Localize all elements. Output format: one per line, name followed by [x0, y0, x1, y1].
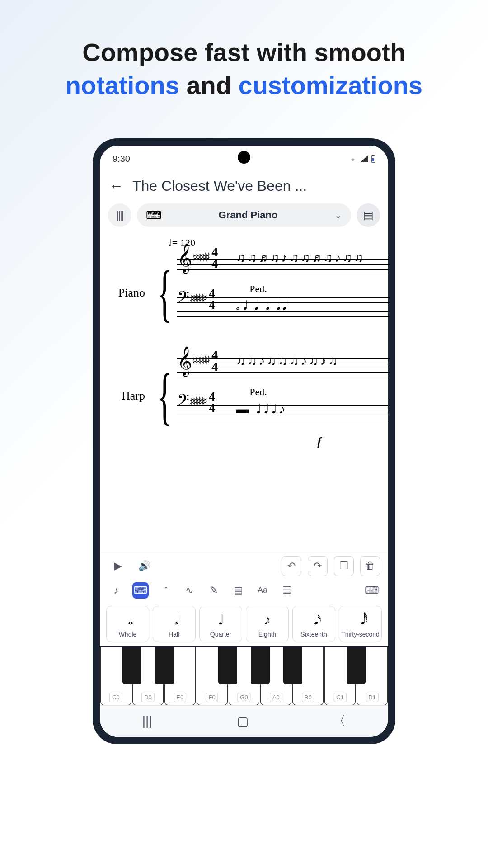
svg-rect-1 — [372, 158, 374, 161]
back-button[interactable]: ← — [109, 178, 123, 194]
bars-icon: |||| — [117, 209, 123, 221]
piano-icon: ⌨ — [146, 209, 162, 222]
copy-button[interactable]: ❐ — [334, 556, 354, 576]
nav-recents[interactable]: ||| — [142, 714, 152, 728]
instrument-name-piano: Piano — [109, 286, 150, 300]
headline-customizations: customizations — [239, 71, 423, 99]
phone-frame: 9:30 ← The Closest We've Been ... |||| ⌨… — [93, 138, 395, 744]
headline-and: and — [179, 71, 239, 99]
status-time: 9:30 — [113, 154, 130, 164]
key-fs0[interactable] — [218, 647, 237, 684]
bass-staff: 𝄢 ♯♯♯♯♯ 44 ▬ ♩♩♩♪ — [177, 396, 388, 423]
marketing-header: Compose fast with smooth notations and c… — [0, 0, 488, 120]
note-thirtysecond[interactable]: 𝅘𝅥𝅰Thirty-second — [339, 606, 382, 642]
status-icons — [348, 155, 375, 163]
brace-icon: { — [157, 261, 173, 325]
tab-text[interactable]: Aa — [254, 582, 271, 599]
note-eighth[interactable]: ♪Eighth — [246, 606, 289, 642]
time-signature: 44 — [211, 349, 218, 372]
key-signature: ♯♯♯♯♯ — [189, 395, 205, 409]
tab-ornament[interactable]: ∿ — [181, 582, 197, 599]
note-whole[interactable]: 𝅝Whole — [106, 606, 149, 642]
key-gs0[interactable] — [251, 647, 270, 684]
headline-line1: Compose fast with smooth — [82, 38, 406, 66]
time-signature: 44 — [209, 391, 215, 413]
time-signature: 44 — [211, 246, 218, 269]
redo-button[interactable]: ↷ — [308, 556, 328, 576]
play-button[interactable]: ▶ — [108, 556, 128, 576]
key-signature: ♯♯♯♯♯ — [192, 250, 208, 264]
notes: ♫♫♪♫♫♫♪♫♪♫ — [236, 354, 388, 381]
signal-icon — [360, 155, 368, 162]
key-cs1[interactable] — [347, 647, 366, 684]
note-quarter[interactable]: ♩Quarter — [199, 606, 242, 642]
page-title: The Closest We've Been ... — [132, 178, 307, 194]
camera-notch — [238, 151, 250, 164]
phone-screen: 9:30 ← The Closest We've Been ... |||| ⌨… — [100, 146, 388, 737]
brace-icon: { — [157, 364, 173, 428]
nav-back[interactable]: 〈 — [333, 712, 346, 730]
tab-edit[interactable]: ✎ — [206, 582, 222, 599]
marketing-headline: Compose fast with smooth notations and c… — [18, 36, 470, 102]
notes: 𝅗𝅥 ♩ ♩ ♩ ♩♩ — [236, 298, 388, 326]
tab-articulation[interactable]: 𝆪 — [157, 582, 173, 599]
dynamic-mark: f — [317, 435, 321, 448]
instrument-selector[interactable]: ⌨ Grand Piano ⌄ — [137, 203, 351, 227]
comment-icon: ▤ — [363, 209, 374, 222]
chevron-down-icon: ⌄ — [334, 210, 342, 221]
time-signature: 44 — [209, 288, 215, 310]
staff-group-harp: Harp { 𝄞 ♯♯♯♯♯ 44 ♫♫♪♫♫♫♪♫♪♫ Ped. — [109, 354, 388, 439]
app-header: ← The Closest We've Been ... — [100, 170, 388, 203]
wifi-icon — [348, 155, 357, 162]
piano-keyboard: C0 D0 E0 F0 G0 A0 B0 C1 D1 — [100, 646, 388, 705]
tool-tabs: ♪ ⌨ 𝆪 ∿ ✎ ▤ Aa ☰ ⌨ — [100, 580, 388, 603]
key-as0[interactable] — [283, 647, 302, 684]
hide-keyboard-button[interactable]: ⌨ — [364, 582, 380, 599]
key-signature: ♯♯♯♯♯ — [189, 292, 205, 306]
tab-tablature[interactable]: ☰ — [279, 582, 295, 599]
svg-rect-2 — [372, 155, 374, 156]
treble-staff: 𝄞 ♯♯♯♯♯ 44 ♫♫♬♫♪♫♫♬♫♪♫♫ — [177, 250, 388, 278]
staff-group-piano: Piano { 𝄞 ♯♯♯♯♯ 44 ♫♫♬♫♪♫♫♬♫♪♫♫ Ped. — [109, 250, 388, 335]
bass-clef-icon: 𝄢 — [177, 289, 189, 308]
key-ds0[interactable] — [155, 647, 174, 684]
note-sixteenth[interactable]: 𝅘𝅥𝅯Sixteenth — [292, 606, 335, 642]
tab-measure[interactable]: ▤ — [230, 582, 246, 599]
instrument-label: Grand Piano — [168, 209, 328, 221]
view-mode-button[interactable]: |||| — [108, 203, 131, 227]
treble-staff: 𝄞 ♯♯♯♯♯ 44 ♫♫♪♫♫♫♪♫♪♫ — [177, 354, 388, 381]
tab-keyboard[interactable]: ⌨ — [132, 582, 149, 599]
toolbar-top: |||| ⌨ Grand Piano ⌄ ▤ — [100, 203, 388, 232]
notes: ▬ ♩♩♩♪ — [236, 401, 388, 429]
key-cs0[interactable] — [122, 647, 141, 684]
key-signature: ♯♯♯♯♯ — [192, 354, 208, 368]
headline-notations: notations — [66, 71, 179, 99]
playback-bar: ▶ 🔊 ↶ ↷ ❐ 🗑 — [100, 552, 388, 580]
note-half[interactable]: 𝅗𝅥Half — [153, 606, 196, 642]
notes: ♫♫♬♫♪♫♫♬♫♪♫♫ — [236, 250, 388, 278]
bass-staff: 𝄢 ♯♯♯♯♯ 44 𝅗𝅥 ♩ ♩ ♩ ♩♩ — [177, 293, 388, 320]
volume-button[interactable]: 🔊 — [134, 556, 154, 576]
comments-button[interactable]: ▤ — [357, 203, 380, 227]
treble-clef-icon: 𝄞 — [177, 245, 192, 270]
undo-button[interactable]: ↶ — [282, 556, 301, 576]
delete-button[interactable]: 🗑 — [360, 556, 380, 576]
sheet-music[interactable]: ♩= 120 Piano { 𝄞 ♯♯♯♯♯ 44 ♫♫♬♫♪♫♫♬♫♪♫♫ P… — [100, 232, 388, 552]
note-values-row: 𝅝Whole 𝅗𝅥Half ♩Quarter ♪Eighth 𝅘𝅥𝅯Sixtee… — [100, 603, 388, 646]
tab-note[interactable]: ♪ — [108, 582, 124, 599]
battery-icon — [371, 155, 375, 163]
nav-home[interactable]: ▢ — [237, 714, 249, 729]
android-nav-bar: ||| ▢ 〈 — [100, 705, 388, 737]
bass-clef-icon: 𝄢 — [177, 392, 189, 411]
treble-clef-icon: 𝄞 — [177, 348, 192, 373]
instrument-name-harp: Harp — [109, 389, 150, 403]
